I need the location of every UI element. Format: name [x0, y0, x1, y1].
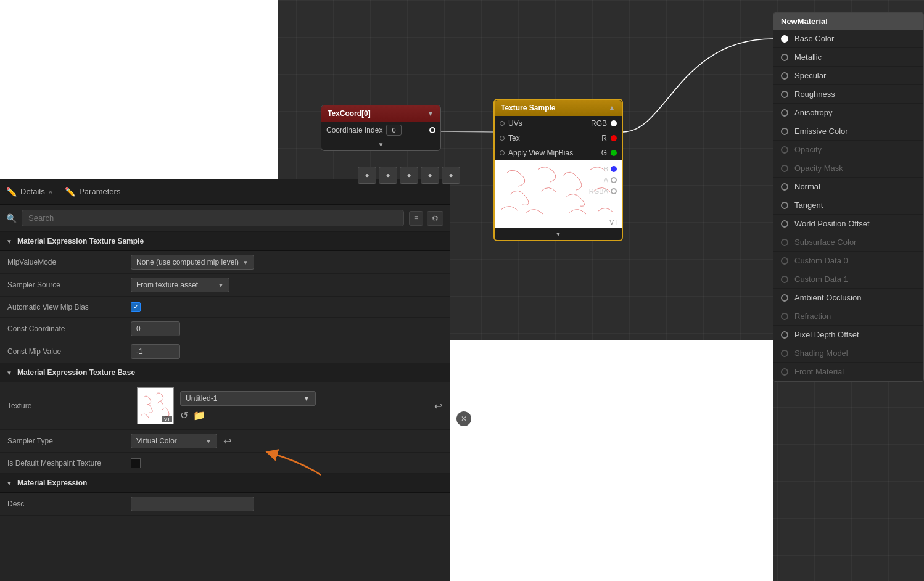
- section-chevron: ▼: [6, 238, 12, 245]
- material-pin-row-10[interactable]: World Position Offset: [773, 215, 923, 233]
- texture-sample-collapse-btn[interactable]: ▲: [608, 104, 616, 112]
- list-view-btn[interactable]: ≡: [409, 211, 423, 226]
- material-pin-dot-7: [781, 165, 788, 172]
- toolbar-btn-5[interactable]: ●: [442, 167, 460, 184]
- is-default-meshpaint-checkbox[interactable]: [131, 458, 141, 468]
- section-material-expression-texture-base[interactable]: ▼ Material Expression Texture Base: [0, 363, 450, 382]
- uvs-right: RGB: [591, 119, 617, 128]
- a-row: A: [604, 176, 617, 184]
- material-pin-row-15[interactable]: Refraction: [773, 307, 923, 326]
- node-texcoord[interactable]: TexCoord[0] ▼ Coordinate Index 0 ▼: [321, 105, 441, 151]
- close-details-btn[interactable]: ×: [49, 188, 52, 196]
- mip-value-mode-label: MipValueMode: [7, 258, 131, 266]
- texcoord-coord-value-box[interactable]: 0: [386, 125, 401, 136]
- r-label: R: [601, 134, 607, 142]
- search-input[interactable]: [22, 210, 404, 226]
- material-pin-row-9[interactable]: Tangent: [773, 196, 923, 215]
- material-pin-row-17[interactable]: Shading Model: [773, 344, 923, 363]
- material-pin-label-18: Front Material: [794, 367, 844, 376]
- sampler-source-dropdown[interactable]: From texture asset ▼: [131, 278, 229, 292]
- desc-input[interactable]: [131, 497, 254, 511]
- material-pin-row-3[interactable]: Roughness: [773, 85, 923, 104]
- rgba-output-pin[interactable]: [611, 188, 617, 194]
- material-pin-row-18[interactable]: Front Material: [773, 363, 923, 381]
- b-row: B: [604, 165, 617, 173]
- texcoord-output-pin[interactable]: [429, 127, 435, 133]
- material-pin-label-14: Ambient Occlusion: [794, 293, 861, 302]
- canvas-close-btn[interactable]: ✕: [456, 411, 471, 426]
- texture-name-dropdown[interactable]: Untitled-1 ▼: [180, 391, 316, 406]
- tab-details[interactable]: ✏️ Details ×: [6, 187, 52, 197]
- material-pin-label-11: Subsurface Color: [794, 237, 856, 247]
- const-mip-value-label: Const Mip Value: [7, 347, 131, 356]
- material-pin-row-11[interactable]: Subsurface Color: [773, 233, 923, 252]
- a-output-pin[interactable]: [611, 177, 617, 183]
- material-pin-row-8[interactable]: Normal: [773, 178, 923, 196]
- panel-content: ▼ Material Expression Texture Sample Mip…: [0, 232, 450, 581]
- texture-label: Texture: [7, 402, 131, 410]
- g-label: G: [601, 149, 607, 157]
- material-pin-row-0[interactable]: Base Color: [773, 30, 923, 48]
- material-pin-row-1[interactable]: Metallic: [773, 48, 923, 67]
- texture-find-btn[interactable]: 📁: [193, 410, 205, 421]
- texcoord-coordinate-left: Coordinate Index 0: [326, 125, 402, 136]
- toolbar-btn-2[interactable]: ●: [379, 167, 397, 184]
- is-default-meshpaint-label: Is Default Meshpaint Texture: [7, 459, 131, 468]
- texture-reset-btn[interactable]: ↩: [434, 400, 442, 412]
- material-pin-label-17: Shading Model: [794, 348, 848, 358]
- const-mip-value-input[interactable]: [131, 344, 180, 359]
- material-pin-row-6[interactable]: Opacity: [773, 141, 923, 159]
- texture-sample-title: Texture Sample: [501, 104, 555, 112]
- tab-parameters-label: Parameters: [79, 187, 120, 196]
- property-sampler-source: Sampler Source From texture asset ▼: [0, 274, 450, 297]
- material-pin-dot-4: [781, 109, 788, 117]
- texture-thumb-inner: VT: [138, 388, 173, 424]
- material-pin-row-7[interactable]: Opacity Mask: [773, 159, 923, 178]
- settings-btn[interactable]: ⚙: [427, 211, 443, 226]
- g-output-pin[interactable]: [611, 150, 617, 156]
- texcoord-collapse-btn[interactable]: ▼: [427, 109, 434, 118]
- uvs-input-pin[interactable]: [500, 121, 505, 126]
- rgb-output-pin[interactable]: [611, 120, 617, 126]
- material-pin-row-13[interactable]: Custom Data 1: [773, 270, 923, 289]
- section-material-expression-texture-sample[interactable]: ▼ Material Expression Texture Sample: [0, 232, 450, 251]
- desc-value: [131, 497, 442, 511]
- material-pin-row-5[interactable]: Emissive Color: [773, 122, 923, 141]
- texture-sample-bottom-chevron[interactable]: ▼: [495, 228, 622, 240]
- tab-parameters[interactable]: ✏️ Parameters: [65, 187, 120, 197]
- section-texture-base-chevron: ▼: [6, 369, 12, 376]
- texcoord-bottom-chevron[interactable]: ▼: [321, 139, 440, 150]
- const-coordinate-input[interactable]: [131, 321, 180, 336]
- material-pin-row-16[interactable]: Pixel Depth Offset: [773, 326, 923, 344]
- property-sampler-type: Sampler Type Virtual Color ▼ ↩: [0, 430, 450, 453]
- toolbar-btn-1[interactable]: ●: [358, 167, 376, 184]
- auto-view-mip-bias-checkbox[interactable]: ✓: [131, 302, 141, 312]
- white-panel: [0, 0, 278, 179]
- tex-label: Tex: [508, 134, 520, 142]
- property-auto-view-mip-bias: Automatic View Mip Bias ✓: [0, 297, 450, 318]
- material-pin-label-5: Emissive Color: [794, 126, 848, 136]
- material-pin-row-4[interactable]: Anisotropy: [773, 104, 923, 122]
- toolbar-btn-3[interactable]: ●: [400, 167, 418, 184]
- toolbar-btn-4[interactable]: ●: [421, 167, 439, 184]
- texture-name-text: Untitled-1: [186, 394, 217, 403]
- texcoord-coordinate-row: Coordinate Index 0: [321, 122, 440, 139]
- material-pin-dot-10: [781, 220, 788, 228]
- sampler-type-text: Virtual Color: [136, 437, 177, 445]
- section-material-expression[interactable]: ▼ Material Expression: [0, 474, 450, 493]
- b-a-rgba-pins: B A RGBA: [589, 165, 617, 195]
- texture-browse-btn[interactable]: ↺: [180, 410, 188, 421]
- sampler-type-reset-btn[interactable]: ↩: [223, 435, 231, 447]
- material-pin-label-16: Pixel Depth Offset: [794, 330, 859, 339]
- r-output-pin[interactable]: [611, 135, 617, 141]
- material-pin-row-12[interactable]: Custom Data 0: [773, 252, 923, 270]
- mip-value-mode-dropdown[interactable]: None (use computed mip level) ▼: [131, 255, 254, 270]
- sampler-type-dropdown[interactable]: Virtual Color ▼: [131, 434, 217, 448]
- tex-input-pin[interactable]: [500, 136, 505, 141]
- material-panel: NewMaterial Base ColorMetallicSpecularRo…: [773, 12, 924, 382]
- b-output-pin[interactable]: [611, 166, 617, 172]
- material-pin-row-14[interactable]: Ambient Occlusion: [773, 289, 923, 307]
- node-texture-sample[interactable]: Texture Sample ▲ UVs RGB Tex R Apply Vie…: [493, 99, 623, 241]
- material-pin-row-2[interactable]: Specular: [773, 67, 923, 85]
- apply-mip-input-pin[interactable]: [500, 150, 505, 155]
